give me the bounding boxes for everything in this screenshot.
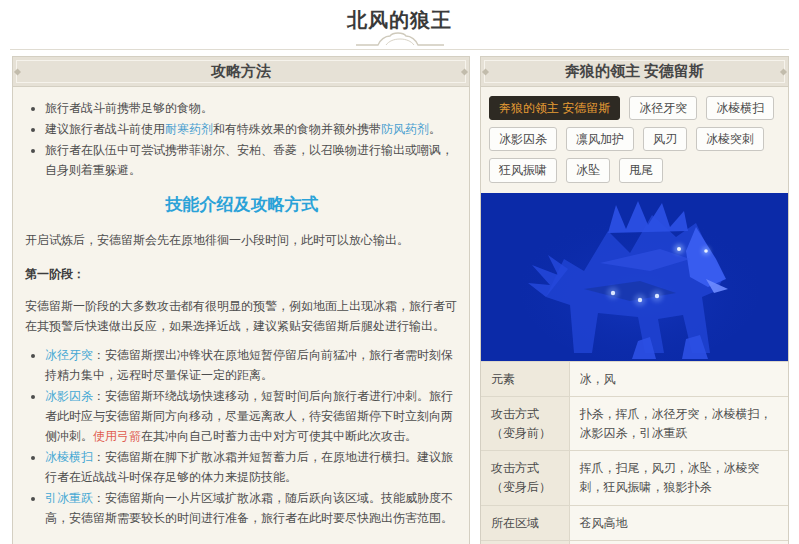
row-label: 所在区域: [481, 505, 569, 541]
strategy-panel: 攻略方法 旅行者战斗前携带足够的食物。 建议旅行者战斗前使用耐寒药剂和有特殊效果…: [12, 56, 470, 544]
phase1-skills-list: 冰径牙突：安德留斯摆出冲锋状在原地短暂停留后向前猛冲，旅行者需时刻保持精力集中，…: [25, 346, 459, 528]
link-cold-potion[interactable]: 耐寒药剂: [165, 122, 213, 136]
boss-panel-header: 奔狼的领主 安德留斯: [481, 57, 788, 87]
skill-tip-highlight: 使用弓箭: [93, 429, 141, 443]
boss-info-table: 元素 冰，风 攻击方式（变身前） 扑杀，挥爪，冰径牙突，冰棱横扫，冰影囚杀，引冰…: [481, 361, 788, 544]
table-row: 攻击方式（变身后） 挥爪，扫尾，风刃，冰坠，冰棱突刺，狂风振啸，狼影扑杀: [481, 451, 788, 505]
plaque-gem-icon: [14, 68, 21, 75]
skill-desc: ：安德留斯在脚下扩散冰霜并短暂蓄力后，在原地进行横扫。建议旅行者在近战战斗时保存…: [45, 450, 453, 484]
skill-tag-list: 奔狼的领主 安德留斯 冰径牙突 冰棱横扫 冰影囚杀 凛风加护 风刃 冰棱突刺 狂…: [481, 87, 788, 193]
skill-desc: ：安德留斯摆出冲锋状在原地短暂停留后向前猛冲，旅行者需时刻保持精力集中，远程时尽…: [45, 348, 453, 382]
list-item: 冰径牙突：安德留斯摆出冲锋状在原地短暂停留后向前猛冲，旅行者需时刻保持精力集中，…: [45, 346, 459, 386]
row-label: 攻击方式（变身前）: [481, 397, 569, 451]
skill-desc: ：安德留斯向一小片区域扩散冰霜，随后跃向该区域。技能威胁度不高，安德留斯需要较长…: [45, 491, 453, 525]
tip-text: 。: [429, 122, 441, 136]
link-wind-potion[interactable]: 防风药剂: [381, 122, 429, 136]
phase1-description: 安德留斯一阶段的大多数攻击都有很明显的预警，例如地面上出现冰霜，旅行者可在其预警…: [25, 297, 459, 337]
andrius-image[interactable]: [481, 193, 788, 361]
row-label: 元素: [481, 361, 569, 397]
skill-tag[interactable]: 风刃: [643, 127, 687, 151]
row-label: 攻击方式（变身后）: [481, 451, 569, 505]
tip-text: 旅行者战斗前携带足够的食物。: [45, 101, 213, 115]
skill-tag[interactable]: 凛风加护: [566, 127, 634, 151]
skill-tag-selected[interactable]: 奔狼的领主 安德留斯: [489, 96, 620, 120]
row-value: 扑杀，挥爪，冰径牙突，冰棱横扫，冰影囚杀，引冰重跃: [569, 397, 788, 451]
list-item: 旅行者战斗前携带足够的食物。: [45, 99, 459, 119]
table-row-rewards: 冒险阅历 摩拉 好感经验 北陆单手剑原胚 北陆弓原胚 北陆双手剑原胚: [481, 541, 788, 544]
boss-info-panel: 奔狼的领主 安德留斯 奔狼的领主 安德留斯 冰径牙突 冰棱横扫 冰影囚杀 凛风加…: [480, 56, 789, 544]
page-title: 北风的狼王: [0, 0, 799, 34]
skill-tag[interactable]: 甩尾: [619, 158, 663, 182]
list-item: 建议旅行者战斗前使用耐寒药剂和有特殊效果的食物并额外携带防风药剂。: [45, 120, 459, 140]
content-columns: 攻略方法 旅行者战斗前携带足够的食物。 建议旅行者战斗前使用耐寒药剂和有特殊效果…: [0, 56, 799, 544]
skill-desc: 在其冲向自己时蓄力击中对方可使其中断此次攻击。: [141, 429, 417, 443]
list-item: 冰影囚杀：安德留斯环绕战场快速移动，短暂时间后向旅行者进行冲刺。旅行者此时应与安…: [45, 387, 459, 447]
plaque-gem-icon: [780, 68, 787, 75]
tip-text: 建议旅行者战斗前使用: [45, 122, 165, 136]
link-skill-ice-shadow-kill[interactable]: 冰影囚杀: [45, 389, 93, 403]
prep-tips-list: 旅行者战斗前携带足够的食物。 建议旅行者战斗前使用耐寒药剂和有特殊效果的食物并额…: [25, 99, 459, 181]
skill-tag[interactable]: 狂风振啸: [489, 158, 557, 182]
skill-tag[interactable]: 冰径牙突: [629, 96, 697, 120]
skill-tag[interactable]: 冰棱突刺: [696, 127, 764, 151]
tip-text: 旅行者在队伍中可尝试携带菲谢尔、安柏、香菱，以召唤物进行输出或嘲讽，自身则着重躲…: [45, 143, 453, 177]
table-row: 所在区域 苍风高地: [481, 505, 788, 541]
arch-ornament-icon: [354, 32, 446, 51]
link-skill-ice-leap[interactable]: 引冰重跃: [45, 491, 93, 505]
phase1-label: 第一阶段：: [25, 265, 459, 285]
intro-paragraph: 开启试炼后，安德留斯会先在原地徘徊一小段时间，此时可以放心输出。: [25, 231, 459, 251]
skill-tag[interactable]: 冰影囚杀: [489, 127, 557, 151]
boss-panel-title: 奔狼的领主 安德留斯: [565, 62, 704, 81]
strategy-body: 旅行者战斗前携带足够的食物。 建议旅行者战斗前使用耐寒药剂和有特殊效果的食物并额…: [13, 87, 469, 544]
row-value: 冰，风: [569, 361, 788, 397]
strategy-panel-header: 攻略方法: [13, 57, 469, 87]
table-row: 攻击方式（变身前） 扑杀，挥爪，冰径牙突，冰棱横扫，冰影囚杀，引冰重跃: [481, 397, 788, 451]
strategy-panel-title: 攻略方法: [211, 62, 271, 81]
tip-text: 和有特殊效果的食物并额外携带: [213, 122, 381, 136]
skill-tag[interactable]: 冰坠: [566, 158, 610, 182]
link-skill-icicle-sweep[interactable]: 冰棱横扫: [45, 450, 93, 464]
skills-section-heading: 技能介绍及攻略方式: [25, 191, 459, 219]
row-label-empty: [481, 541, 569, 544]
table-row: 元素 冰，风: [481, 361, 788, 397]
list-item: 引冰重跃：安德留斯向一小片区域扩散冰霜，随后跃向该区域。技能威胁度不高，安德留斯…: [45, 489, 459, 529]
plaque-gem-icon: [482, 68, 489, 75]
row-value: 苍风高地: [569, 505, 788, 541]
rewards-cell: 冒险阅历 摩拉 好感经验 北陆单手剑原胚 北陆弓原胚 北陆双手剑原胚: [569, 541, 788, 544]
list-item: 旅行者在队伍中可尝试携带菲谢尔、安柏、香菱，以召唤物进行输出或嘲讽，自身则着重躲…: [45, 141, 459, 181]
row-value: 挥爪，扫尾，风刃，冰坠，冰棱突刺，狂风振啸，狼影扑杀: [569, 451, 788, 505]
plaque-gem-icon: [461, 68, 468, 75]
list-item: 冰棱横扫：安德留斯在脚下扩散冰霜并短暂蓄力后，在原地进行横扫。建议旅行者在近战战…: [45, 448, 459, 488]
header-divider: [10, 36, 789, 52]
skill-tag[interactable]: 冰棱横扫: [706, 96, 774, 120]
link-skill-ice-fang-rush[interactable]: 冰径牙突: [45, 348, 93, 362]
